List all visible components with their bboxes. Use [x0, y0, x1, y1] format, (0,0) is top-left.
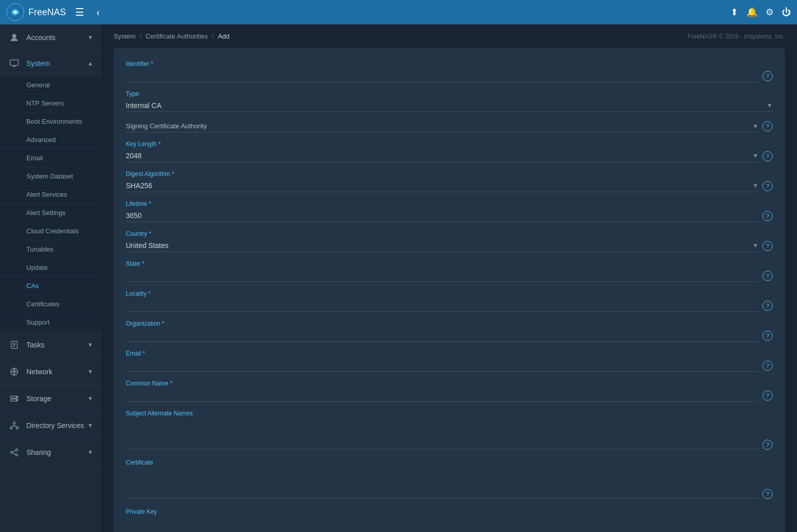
country-row: Country * United States Canada United Ki…: [126, 230, 773, 252]
svg-point-7: [16, 397, 17, 398]
locality-input[interactable]: [126, 299, 758, 312]
digest-algorithm-label: Digest Algorithm *: [126, 170, 758, 178]
storage-label: Storage: [26, 395, 51, 403]
email-help[interactable]: ?: [763, 361, 773, 371]
breadcrumb-sep1: /: [140, 32, 142, 40]
email-inner: Email *: [126, 350, 758, 372]
sidebar-section-system: System ▲ General NTP Servers Boot Enviro…: [0, 51, 101, 332]
power-icon[interactable]: ⏻: [782, 7, 791, 18]
locality-help[interactable]: ?: [763, 301, 773, 311]
svg-point-11: [16, 427, 18, 429]
signing-ca-field: Signing Certificate Authority▼ ?: [126, 120, 773, 132]
san-inner: Subject Alternate Names: [126, 410, 758, 451]
country-select-wrapper: United States Canada United Kingdom Germ…: [126, 239, 758, 252]
identifier-input[interactable]: [126, 69, 758, 82]
sidebar-item-tunables[interactable]: Tunables: [0, 240, 101, 259]
key-length-help[interactable]: ?: [763, 151, 773, 161]
common-name-field: Common Name * ?: [126, 380, 773, 402]
certificate-textarea[interactable]: [126, 468, 758, 499]
state-label: State *: [126, 260, 758, 267]
key-length-select-wrapper: 1024 2048 4096 ▼: [126, 150, 758, 162]
network-label: Network: [26, 368, 52, 376]
accounts-icon: [8, 31, 20, 44]
form-container: Identifier * ? Type Internal CA Intermed…: [114, 48, 785, 532]
main-layout: Accounts ▼ System ▲ General NTP Servers …: [0, 24, 797, 532]
upload-icon[interactable]: ⬆: [731, 7, 738, 18]
directory-services-icon: [8, 419, 20, 432]
sidebar-item-alert-settings[interactable]: Alert Settings: [0, 204, 101, 222]
sidebar-item-cloud-credentials[interactable]: Cloud Credentials: [0, 222, 101, 240]
organization-input[interactable]: [126, 329, 758, 342]
certificate-help[interactable]: ?: [763, 489, 773, 499]
state-input[interactable]: [126, 269, 758, 282]
organization-help[interactable]: ?: [763, 331, 773, 341]
sidebar-item-support[interactable]: Support: [0, 313, 101, 332]
sidebar-item-update[interactable]: Update: [0, 259, 101, 277]
sidebar-item-advanced[interactable]: Advanced: [0, 131, 101, 149]
identifier-inner: Identifier *: [126, 60, 758, 82]
network-icon: [8, 366, 20, 378]
sidebar-system-header[interactable]: System ▲: [0, 51, 101, 76]
locality-row: Locality * ?: [126, 290, 773, 312]
san-label: Subject Alternate Names: [126, 410, 758, 417]
state-field: State * ?: [126, 260, 773, 282]
country-help[interactable]: ?: [763, 241, 773, 251]
signing-ca-inner: Signing Certificate Authority▼: [126, 120, 758, 132]
bell-icon[interactable]: 🔔: [746, 7, 757, 18]
sidebar-item-storage[interactable]: Storage ▼: [0, 385, 101, 412]
digest-algorithm-help[interactable]: ?: [763, 181, 773, 191]
directory-services-label: Directory Services: [26, 421, 84, 430]
system-icon: [8, 57, 20, 69]
san-help[interactable]: ?: [763, 440, 773, 450]
private-key-textarea[interactable]: [126, 517, 758, 532]
digest-algorithm-select[interactable]: SHA1 SHA224 SHA256 SHA384 SHA512: [126, 180, 758, 192]
tasks-label: Tasks: [26, 341, 45, 349]
type-select[interactable]: Internal CA Intermediate CA Import CA: [126, 99, 773, 112]
topbar-right: ⬆ 🔔 ⚙ ⏻: [731, 7, 791, 18]
identifier-help[interactable]: ?: [763, 71, 773, 81]
sidebar-item-network[interactable]: Network ▼: [0, 359, 101, 385]
signing-ca-label-text: Signing Certificate Authority: [126, 120, 752, 132]
sidebar-item-email[interactable]: Email: [0, 149, 101, 167]
signing-ca-help[interactable]: ?: [763, 121, 773, 131]
san-textarea[interactable]: [126, 419, 758, 449]
lifetime-input[interactable]: [126, 209, 758, 222]
back-icon[interactable]: ‹: [93, 5, 103, 20]
sidebar-item-system-dataset[interactable]: System Dataset: [0, 167, 101, 186]
sidebar-item-certificates[interactable]: Certificates: [0, 295, 101, 313]
menu-icon[interactable]: ☰: [72, 4, 87, 20]
settings-icon[interactable]: ⚙: [766, 7, 774, 18]
sidebar-item-directory-services[interactable]: Directory Services ▼: [0, 412, 101, 439]
state-help[interactable]: ?: [763, 271, 773, 281]
email-field: Email * ?: [126, 350, 773, 372]
sharing-label: Sharing: [26, 448, 51, 456]
sidebar-item-sharing[interactable]: Sharing ▼: [0, 439, 101, 466]
sidebar-item-boot-environments[interactable]: Boot Environments: [0, 113, 101, 131]
common-name-input[interactable]: [126, 389, 758, 402]
digest-algorithm-select-wrapper: SHA1 SHA224 SHA256 SHA384 SHA512 ▼: [126, 180, 758, 192]
identifier-row: Identifier * ?: [126, 60, 773, 82]
sidebar-item-ntp-servers[interactable]: NTP Servers: [0, 94, 101, 113]
common-name-help[interactable]: ?: [763, 391, 773, 401]
sidebar-item-tasks[interactable]: Tasks ▼: [0, 332, 101, 359]
private-key-label: Private Key: [126, 508, 758, 515]
svg-point-10: [10, 427, 12, 429]
sidebar: Accounts ▼ System ▲ General NTP Servers …: [0, 24, 101, 532]
country-label: Country *: [126, 230, 758, 237]
key-length-field: Key Length * 1024 2048 4096 ▼ ?: [126, 140, 773, 162]
sidebar-item-accounts[interactable]: Accounts ▼: [0, 24, 101, 51]
key-length-select[interactable]: 1024 2048 4096: [126, 150, 758, 162]
common-name-label: Common Name *: [126, 380, 758, 387]
sidebar-item-cas[interactable]: CAs: [0, 277, 101, 295]
country-select[interactable]: United States Canada United Kingdom Germ…: [126, 239, 758, 252]
email-input[interactable]: [126, 359, 758, 372]
key-length-row: Key Length * 1024 2048 4096 ▼ ?: [126, 140, 773, 162]
sidebar-item-general[interactable]: General: [0, 76, 101, 94]
common-name-row: Common Name * ?: [126, 380, 773, 402]
breadcrumb-certificate-authorities[interactable]: Certificate Authorities: [146, 32, 208, 40]
lifetime-help[interactable]: ?: [763, 211, 773, 221]
email-row: Email * ?: [126, 350, 773, 372]
breadcrumb-system[interactable]: System: [114, 32, 135, 40]
sidebar-item-alert-services[interactable]: Alert Services: [0, 186, 101, 204]
signing-ca-row: Signing Certificate Authority▼ ?: [126, 120, 773, 132]
